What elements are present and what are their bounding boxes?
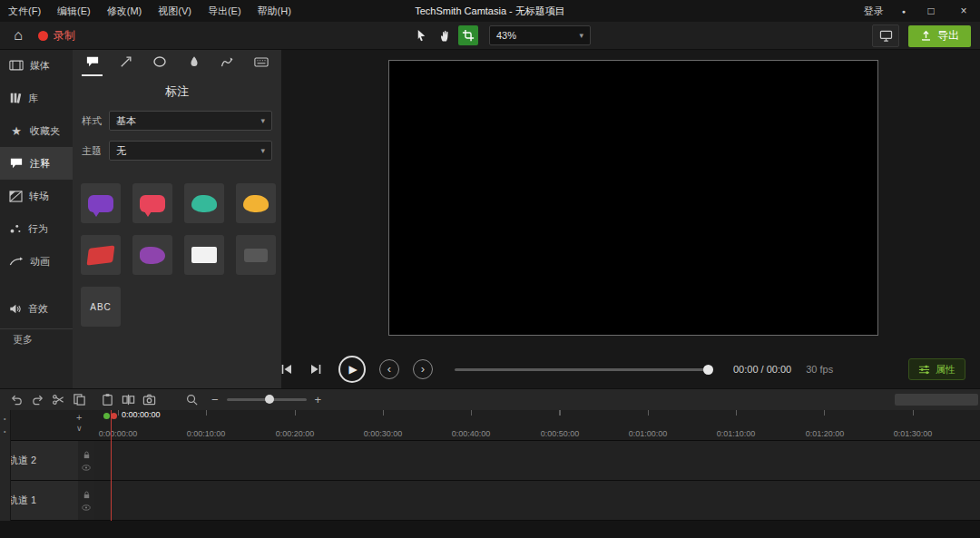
sidebar-item-annotations[interactable]: 注释 [0,147,73,180]
red-burst-shape [86,245,114,265]
menu-modify[interactable]: 修改(M) [99,0,151,22]
gray-box-shape [244,249,268,262]
ruler-label: 0:00:40:00 [444,429,498,438]
record-button[interactable]: 录制 [31,25,83,45]
sidebar-item-behaviors[interactable]: 行为 [0,212,73,245]
export-button[interactable]: 导出 [908,25,971,47]
undo-button[interactable] [7,391,25,409]
jump-forward-button[interactable]: › [413,359,433,379]
screenshot-button[interactable] [140,391,158,409]
cursor-tool-button[interactable] [411,25,431,45]
lock-icon[interactable] [83,451,91,459]
annotation-thumb-white-box[interactable] [184,235,224,275]
split-button[interactable] [119,391,137,409]
playhead-in-handle[interactable] [103,413,110,419]
annotation-thumb-abc-text[interactable]: ABC [81,287,121,327]
collapse-markers-button[interactable]: ∨ [76,424,83,433]
tab-blur-highlight[interactable] [183,49,204,76]
zoom-in-button[interactable]: + [315,393,322,406]
maximize-button[interactable]: □ [915,0,947,22]
sign-in-button[interactable]: 登录 [855,5,893,18]
playhead[interactable] [111,410,112,521]
yellow-cloud-shape [243,195,269,212]
tab-keystroke[interactable] [251,49,272,76]
ruler-label: 0:01:30:00 [886,429,940,438]
menu-file[interactable]: 文件(F) [0,0,49,22]
sidebar-item-animations[interactable]: 动画 [0,245,73,278]
annotation-thumb-teal-cloud[interactable] [184,183,224,223]
sidebar-item-label: 注释 [30,157,50,171]
add-marker-button[interactable]: + [76,412,82,423]
shape-icon [153,56,166,67]
tab-sketch-motion[interactable] [217,49,238,76]
timeline-zoom-slider[interactable] [227,398,307,401]
device-frame-button[interactable] [872,24,899,47]
canvas-tools: 43% ▾ [411,24,591,46]
cut-button[interactable] [49,391,67,409]
timeline-scrollbar[interactable] [895,394,978,406]
zoom-magnifier-button[interactable] [182,391,201,409]
previous-frame-button[interactable] [277,359,297,379]
tab-shapes[interactable] [150,49,171,76]
main-toolbar: ⌂ 录制 43% ▾ 导出 [0,22,980,50]
annotation-thumb-purple-callout[interactable] [81,183,121,223]
sidebar-item-media[interactable]: 媒体 [0,49,73,82]
theme-select[interactable]: 无 ▾ [109,141,272,161]
purple-blob-shape [140,247,165,264]
paste-button[interactable] [98,391,116,409]
playhead-out-handle[interactable] [111,413,117,419]
tab-callouts[interactable] [82,49,103,76]
track-row: 轨道 1 [0,481,980,521]
annotation-thumb-red-callout[interactable] [132,183,172,223]
jump-back-button[interactable]: ‹ [379,359,399,379]
track-lane[interactable] [94,441,980,480]
menu-help[interactable]: 帮助(H) [250,0,299,22]
sidebar-item-audio-effects[interactable]: 音效 [0,292,73,325]
lock-icon[interactable] [83,491,91,499]
menu-view[interactable]: 视图(V) [150,0,200,22]
crop-tool-button[interactable] [458,25,478,45]
play-button[interactable]: ▶ [338,356,366,383]
strip-dot-icon: • [4,428,5,435]
sidebar-item-library[interactable]: 库 [0,82,73,114]
track-lane[interactable] [94,481,980,520]
annotation-thumb-red-burst[interactable] [81,235,121,275]
chevron-down-icon: ▾ [260,117,265,125]
next-frame-button[interactable] [306,359,326,379]
zoom-out-button[interactable]: − [211,393,219,406]
seek-slider-thumb[interactable] [703,365,713,375]
tab-arrows[interactable] [115,49,136,76]
menu-edit[interactable]: 编辑(E) [49,0,99,22]
track-header[interactable]: 轨道 1 [0,481,78,520]
panel-title: 标注 [73,76,281,111]
eye-icon[interactable] [82,504,91,511]
annotation-thumb-gray-box[interactable] [236,235,276,275]
cursor-icon [415,29,428,43]
sidebar-item-transitions[interactable]: 转场 [0,180,73,212]
style-select[interactable]: 基本 ▾ [109,111,272,131]
canvas-zoom-select[interactable]: 43% ▾ [489,25,591,45]
ruler-label: 0:00:50:00 [533,429,587,438]
sidebar-item-favorites[interactable]: ★ 收藏夹 [0,114,73,147]
eye-icon[interactable] [82,465,91,471]
sliders-icon [918,364,930,376]
close-button[interactable]: × [947,0,980,22]
copy-button[interactable] [70,391,88,409]
timeline-zoom-thumb[interactable] [265,395,274,404]
keyboard-icon [254,57,269,67]
media-filmstrip-icon [9,59,24,72]
redo-button[interactable] [28,391,46,409]
seek-slider[interactable] [455,368,713,371]
preview-canvas[interactable] [388,60,878,336]
home-icon[interactable]: ⌂ [7,25,29,45]
annotation-thumb-purple-blob[interactable] [132,235,172,275]
menu-export[interactable]: 导出(E) [200,0,250,22]
track-header[interactable]: 轨道 2 [0,441,78,480]
record-dot-icon [38,31,48,41]
properties-button[interactable]: 属性 [908,358,965,380]
chevron-down-icon: ▾ [260,147,265,155]
sidebar-more-button[interactable]: 更多 [0,328,73,349]
annotation-thumb-yellow-cloud[interactable] [236,183,276,223]
pan-tool-button[interactable] [435,25,455,45]
ruler-ticks [118,410,980,416]
